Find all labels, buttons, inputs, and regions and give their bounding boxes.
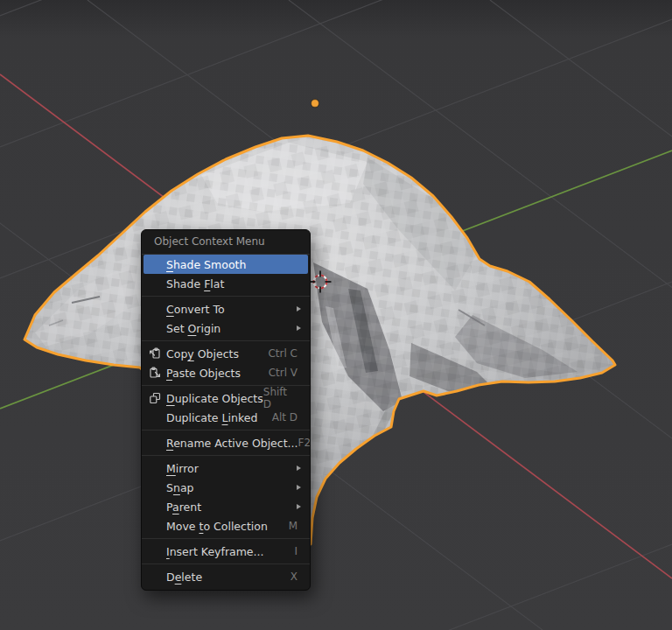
menu-shortcut: Ctrl V [269, 367, 308, 379]
3d-viewport[interactable] [0, 0, 672, 630]
duplicate-icon [149, 392, 161, 404]
submenu-arrow-icon [297, 306, 301, 312]
menu-item-parent[interactable]: Parent [144, 497, 308, 516]
menu-item-shade-flat[interactable]: Shade Flat [144, 274, 308, 293]
object-origin-dot[interactable] [312, 100, 319, 108]
menu-item-insert-keyframe[interactable]: Insert Keyframe...I [144, 542, 308, 561]
menu-separator [142, 538, 310, 539]
menu-item-set-origin[interactable]: Set Origin [144, 318, 308, 338]
submenu-arrow-icon [297, 504, 301, 509]
menu-separator [142, 296, 310, 297]
menu-item-move-to-collection[interactable]: Move to CollectionM [144, 516, 308, 536]
menu-item-label: Shade Smooth [144, 258, 246, 271]
object-context-menu: Object Context Menu Shade SmoothShade Fl… [141, 229, 311, 591]
menu-item-label: Duplicate Linked [144, 411, 257, 424]
menu-item-paste-objects[interactable]: Paste ObjectsCtrl V [144, 363, 308, 382]
copy-icon [149, 347, 161, 360]
blender-window: Object Context Menu Shade SmoothShade Fl… [0, 0, 672, 630]
menu-item-shade-smooth[interactable]: Shade Smooth [144, 255, 308, 274]
menu-item-label: Parent [144, 500, 201, 514]
menu-separator [142, 340, 310, 341]
submenu-arrow-icon [297, 326, 301, 331]
menu-shortcut: F2 [298, 437, 311, 449]
menu-separator [142, 430, 310, 430]
menu-shortcut: M [289, 520, 308, 532]
menu-shortcut: Ctrl C [268, 347, 308, 360]
menu-item-duplicate-linked[interactable]: Duplicate LinkedAlt D [144, 408, 308, 427]
menu-separator [142, 455, 310, 456]
menu-item-label: Duplicate Objects [144, 392, 263, 405]
menu-shortcut: Shift D [263, 386, 308, 410]
menu-item-label: Mirror [144, 462, 199, 475]
submenu-arrow-icon [297, 466, 301, 471]
menu-item-convert-to[interactable]: Convert To [144, 299, 308, 318]
menu-shortcut: I [294, 545, 308, 557]
menu-item-label: Convert To [144, 303, 225, 316]
menu-item-mirror[interactable]: Mirror [144, 458, 308, 478]
submenu-arrow-icon [297, 485, 301, 490]
menu-item-snap[interactable]: Snap [144, 478, 308, 497]
menu-item-label: Insert Keyframe... [144, 545, 263, 558]
menu-item-label: Delete [144, 570, 202, 584]
menu-title: Object Context Menu [142, 230, 310, 255]
menu-item-duplicate-objects[interactable]: Duplicate ObjectsShift D [144, 388, 308, 408]
menu-items: Shade SmoothShade FlatConvert ToSet Orig… [142, 255, 310, 586]
menu-item-label: Snap [144, 481, 193, 494]
menu-item-label: Rename Active Object... [144, 437, 298, 450]
menu-item-label: Shade Flat [144, 277, 224, 290]
menu-separator [142, 564, 310, 564]
menu-shortcut: X [290, 570, 308, 583]
menu-item-label: Set Origin [144, 322, 220, 335]
menu-item-copy-objects[interactable]: Copy ObjectsCtrl C [144, 344, 308, 363]
paste-icon [149, 367, 161, 379]
menu-item-rename-active-object[interactable]: Rename Active Object...F2 [144, 433, 308, 452]
menu-shortcut: Alt D [272, 411, 308, 424]
menu-item-label: Move to Collection [144, 520, 268, 533]
menu-item-delete[interactable]: DeleteX [144, 567, 308, 586]
